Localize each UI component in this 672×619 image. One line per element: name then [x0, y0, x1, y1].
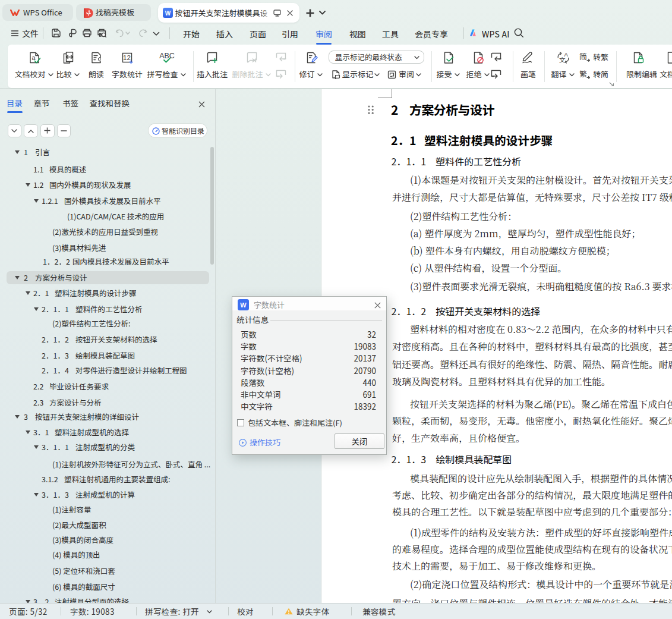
svg-text:简: 简	[579, 52, 587, 62]
svg-text:12: 12	[123, 54, 131, 61]
svg-text:W: W	[240, 301, 247, 309]
svg-text:ABC: ABC	[159, 52, 175, 60]
svg-text:繁: 繁	[579, 69, 587, 79]
svg-text:A: A	[564, 51, 569, 58]
svg-text:a: a	[31, 54, 36, 61]
svg-text:W: W	[165, 10, 171, 17]
